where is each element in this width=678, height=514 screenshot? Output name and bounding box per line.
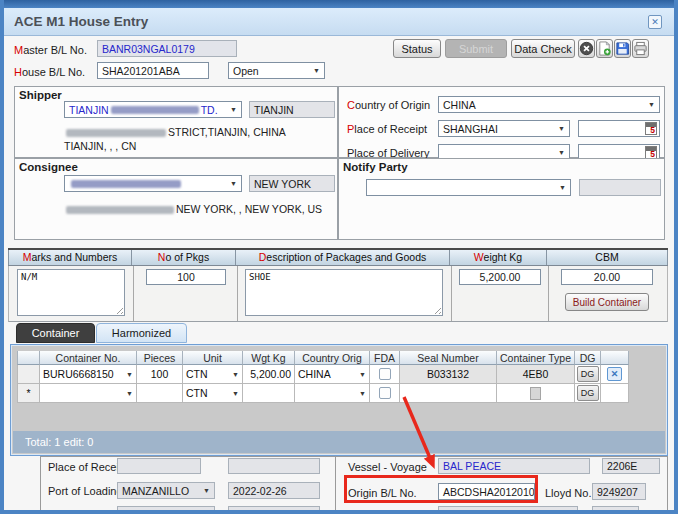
country-dropdown[interactable]: CHINA▼ (295, 365, 370, 384)
grid-header-row: Container No. Pieces Unit Wgt Kg Country… (17, 351, 629, 365)
window-border-top (0, 0, 678, 8)
vessel-voyage-label: Vessel - Voyage (348, 461, 427, 473)
consignee-city-field: NEW YORK (249, 175, 335, 192)
house-status-dropdown[interactable]: Open ▼ (228, 62, 325, 79)
port-of-loading-label: Port of Loading (48, 485, 123, 497)
description-textarea[interactable]: SHOE (245, 269, 443, 316)
master-bl-label: Master B/L No. (14, 44, 87, 56)
table-row: * ▼ CTN▼ ▼ DG (17, 384, 629, 403)
clipped-field (228, 506, 320, 511)
print-icon[interactable] (632, 39, 649, 58)
goods-table-body: N/M 100 SHOE 5,200.00 20.00 Build Contai… (8, 266, 668, 322)
wgt-cell[interactable] (243, 384, 295, 403)
container-type-cell: 4EB0 (497, 365, 575, 384)
lloyd-no-label: Lloyd No. (545, 487, 591, 499)
chevron-down-icon: ▼ (123, 390, 133, 397)
fda-checkbox[interactable] (379, 387, 391, 399)
col-no-of-pkgs: No of Pkgs (132, 250, 236, 265)
origin-bl-field[interactable]: ABCDSHA20120101 (438, 483, 535, 500)
clipped-field (438, 506, 578, 511)
chevron-down-icon: ▼ (310, 67, 320, 74)
delete-row-icon[interactable]: ✕ (607, 367, 622, 381)
new-row-selector[interactable]: * (17, 384, 40, 403)
seal-number-cell[interactable] (400, 384, 497, 403)
place-of-receipt-dropdown[interactable]: SHANGHAI ▼ (438, 120, 570, 137)
container-no-dropdown[interactable]: BURU6668150▼ (40, 365, 137, 384)
chevron-down-icon: ▼ (227, 106, 237, 113)
fda-cell (370, 365, 400, 384)
divider (548, 266, 549, 321)
shipper-section: Shipper TIANJIN TD. ▼ TIANJIN STRICT,TIA… (14, 86, 338, 158)
dg-button[interactable]: DG (577, 366, 599, 382)
ace-house-entry-window: ACE M1 House Entry ✕ Master B/L No. BANR… (0, 0, 678, 514)
close-icon[interactable]: ✕ (648, 15, 662, 29)
grid-col-seal: Seal Number (400, 351, 497, 365)
status-button[interactable]: Status (393, 39, 441, 58)
vessel-field: BAL PEACE (438, 458, 590, 474)
table-row: BURU6668150▼ 100 CTN▼ 5,200.00 CHINA▼ B0… (17, 365, 629, 384)
country-dropdown[interactable]: ▼ (295, 384, 370, 403)
pkgs-field[interactable]: 100 (146, 269, 226, 285)
grid-col-dg: DG (575, 351, 601, 365)
save-icon[interactable] (614, 39, 631, 58)
shipper-dropdown[interactable]: TIANJIN TD. ▼ (64, 101, 242, 118)
country-of-origin-label: Country of Origin (347, 99, 430, 111)
divider (237, 266, 238, 321)
shipper-name-suffix: TD. (201, 104, 218, 116)
build-container-button[interactable]: Build Container (565, 293, 649, 311)
unit-dropdown[interactable]: CTN▼ (183, 384, 243, 403)
place-of-receipt-label: Place of Receipt (347, 123, 427, 135)
loading-date-field: 2022-02-26 (228, 482, 320, 499)
wgt-cell[interactable]: 5,200.00 (243, 365, 295, 384)
grid-col-type: Container Type (497, 351, 575, 365)
print-icon-glyph (633, 41, 648, 56)
submit-button[interactable]: Submit (445, 39, 507, 58)
consignee-label: Consignee (19, 161, 78, 173)
fda-checkbox[interactable] (379, 368, 391, 380)
container-type-cell[interactable] (497, 384, 575, 403)
shipper-city-field: TIANJIN (249, 101, 335, 118)
country-of-origin-dropdown[interactable]: CHINA ▼ (438, 96, 660, 113)
notify-party-dropdown[interactable]: ▼ (366, 179, 571, 196)
resize-handle[interactable] (114, 305, 123, 314)
save-icon-glyph (615, 41, 630, 56)
data-check-button[interactable]: Data Check (511, 39, 575, 58)
pieces-cell[interactable] (137, 384, 183, 403)
new-document-icon[interactable] (596, 39, 613, 58)
cancel-icon[interactable] (578, 39, 595, 58)
tab-harmonized[interactable]: Harmonized (96, 323, 187, 343)
resize-handle[interactable] (432, 305, 441, 314)
receipt-date-field[interactable] (578, 120, 660, 137)
consignee-dropdown[interactable]: ▼ (64, 175, 242, 192)
consignee-name-redacted (71, 180, 181, 188)
col-description: Description of Packages and Goods (236, 250, 450, 265)
chevron-down-icon: ▼ (645, 101, 655, 108)
address-redacted (66, 206, 174, 214)
row-selector[interactable] (17, 365, 40, 384)
actions-cell (601, 384, 629, 403)
chevron-down-icon: ▼ (555, 149, 565, 156)
master-bl-field[interactable]: BANR03NGAL0179 (97, 40, 237, 57)
shipper-name-redacted (111, 106, 199, 114)
notify-party-extra-field (579, 179, 661, 196)
pieces-cell[interactable]: 100 (137, 365, 183, 384)
cbm-field[interactable]: 20.00 (561, 269, 653, 285)
house-bl-field[interactable]: SHA201201ABA (97, 62, 209, 79)
type-picker-stub[interactable] (530, 387, 541, 400)
marks-textarea[interactable]: N/M (17, 269, 125, 316)
container-no-dropdown[interactable]: ▼ (40, 384, 137, 403)
address-redacted (66, 129, 166, 137)
tab-container[interactable]: Container (16, 323, 95, 343)
unit-dropdown[interactable]: CTN▼ (183, 365, 243, 384)
routing-section: Country of Origin CHINA ▼ Place of Recei… (338, 86, 665, 158)
fda-cell (370, 384, 400, 403)
dg-cell: DG (575, 384, 601, 403)
weight-field[interactable]: 5,200.00 (459, 269, 541, 285)
country-of-origin-value: CHINA (443, 99, 476, 111)
grid-col-unit: Unit (183, 351, 243, 365)
chevron-down-icon: ▼ (356, 390, 366, 397)
calendar-icon[interactable] (645, 122, 657, 135)
port-of-loading-dropdown[interactable]: MANZANILLO ▼ (117, 482, 215, 499)
divider (335, 456, 336, 510)
dg-button[interactable]: DG (577, 385, 599, 401)
